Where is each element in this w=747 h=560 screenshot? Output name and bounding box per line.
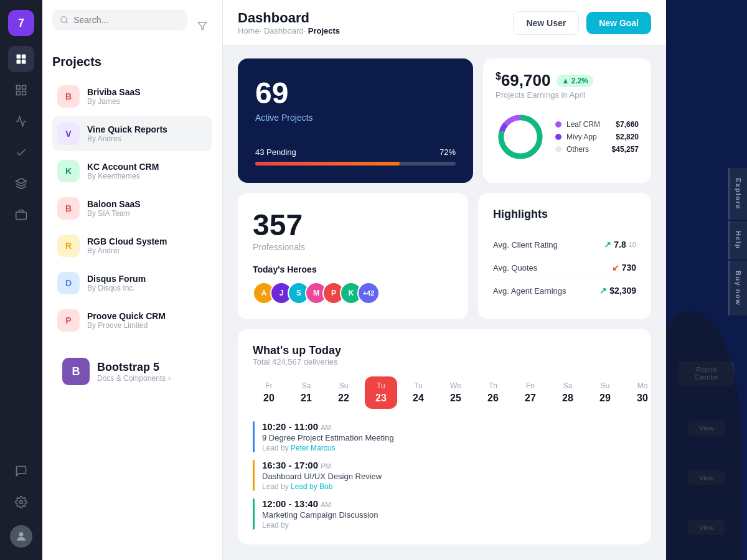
project-name-4: Baloon SaaS xyxy=(87,199,207,209)
event-title-0: 9 Degree Project Estimation Meeting xyxy=(262,433,394,442)
dashboard-body: 69 Active Projects 43 Pending 72% xyxy=(223,46,666,560)
earnings-amount: $69,700 xyxy=(496,71,550,90)
help-tab[interactable]: Help xyxy=(728,221,747,259)
project-item-1[interactable]: B Briviba SaaS By James xyxy=(52,79,212,114)
current-user-avatar[interactable] xyxy=(10,525,32,548)
earnings-card: $69,700 ▲ 2.2% Projects Earnings in Apri… xyxy=(483,58,651,183)
explore-tab[interactable]: Explore xyxy=(728,168,747,220)
calendar-day-27[interactable]: Fri27 xyxy=(514,376,547,409)
project-by-3: By Keenthemes xyxy=(87,172,207,180)
new-goal-button[interactable]: New Goal xyxy=(586,12,651,34)
project-info-3: KC Account CRM By Keenthemes xyxy=(87,162,207,180)
cal-day-num-8: 28 xyxy=(562,393,573,404)
project-item-3[interactable]: K KC Account CRM By Keenthemes xyxy=(52,154,212,189)
heroes-more: +42 xyxy=(357,282,380,304)
bootstrap-card[interactable]: B Bootstrap 5 Docs & Components › xyxy=(52,348,212,395)
sidebar-item-grid[interactable] xyxy=(8,77,34,103)
calendar-day-25[interactable]: We25 xyxy=(439,376,472,409)
cal-day-name-3: Tu xyxy=(377,381,385,390)
cal-day-num-3: 23 xyxy=(375,393,387,404)
highlight-value-container-2: ↗$2,309 xyxy=(599,286,636,296)
project-item-5[interactable]: R RGB Cloud System By Andrei xyxy=(52,228,212,263)
legend-others: Others xyxy=(555,145,602,154)
legend-label-leaf: Leaf CRM xyxy=(566,120,600,129)
cal-day-name-6: Th xyxy=(489,381,497,390)
buy-now-tab[interactable]: Buy now xyxy=(728,261,747,315)
right-panel: Explore Help Buy now Report Cecnter View… xyxy=(666,0,747,560)
project-by-2: By Andres xyxy=(87,134,207,143)
progress-percent: 72% xyxy=(439,147,456,157)
legend-dot-mivy xyxy=(555,134,561,140)
breadcrumb-home: Home· xyxy=(238,26,261,35)
earnings-label: Projects Earnings in April xyxy=(496,90,639,100)
earnings-badge: ▲ 2.2% xyxy=(557,75,593,87)
calendar-day-29[interactable]: Su29 xyxy=(589,376,621,409)
active-projects-card: 69 Active Projects 43 Pending 72% xyxy=(238,58,473,183)
project-logo-5: R xyxy=(57,235,80,257)
trend-up-icon-2: ↗ xyxy=(599,286,607,296)
calendar-day-22[interactable]: Su22 xyxy=(327,376,360,409)
svg-rect-5 xyxy=(22,86,26,90)
project-by-7: By Proove Limited xyxy=(87,321,207,330)
sidebar-item-chart[interactable] xyxy=(8,108,34,134)
project-item-6[interactable]: D Disqus Forum By Disqus Inc. xyxy=(52,266,212,301)
cal-day-name-10: Mo xyxy=(637,381,648,390)
project-logo-6: D xyxy=(57,272,80,294)
earnings-top: $69,700 ▲ 2.2% Projects Earnings in Apri… xyxy=(496,71,639,100)
schedule-header: What's up Today Total 424,567 deliveries xyxy=(253,344,636,366)
cal-day-name-8: Sa xyxy=(563,381,573,390)
pending-label: 43 Pending xyxy=(255,147,296,157)
sidebar-item-layers[interactable] xyxy=(8,170,34,197)
new-user-button[interactable]: New User xyxy=(513,11,579,35)
sidebar-item-tasks[interactable] xyxy=(8,139,34,166)
heroes-avatars: AJSMPK+42 xyxy=(253,282,453,304)
user-number-avatar[interactable]: 7 xyxy=(8,10,34,36)
sidebar-item-settings[interactable] xyxy=(8,489,34,515)
stats-row: 69 Active Projects 43 Pending 72% xyxy=(238,58,651,183)
event-lead-link-1[interactable]: Lead by Bob xyxy=(291,482,332,491)
active-projects-label: Active Projects xyxy=(255,113,456,123)
sidebar-item-chat[interactable] xyxy=(8,458,34,484)
calendar-day-20[interactable]: Fr20 xyxy=(253,376,285,409)
calendar-day-28[interactable]: Sa28 xyxy=(552,376,584,409)
project-logo-7: P xyxy=(57,309,80,332)
donut-row: Leaf CRM Mivy App Others $7,660 xyxy=(496,112,639,162)
cal-day-name-4: Tu xyxy=(414,381,423,390)
svg-rect-7 xyxy=(22,91,26,95)
event-title-2: Marketing Campaign Discussion xyxy=(262,510,378,520)
highlight-value-container-0: ↗7.8 10 xyxy=(604,240,636,250)
search-input[interactable] xyxy=(73,15,180,25)
legend-label-others: Others xyxy=(566,145,589,154)
side-tabs: Explore Help Buy now xyxy=(728,168,747,315)
sidebar-item-home[interactable] xyxy=(8,46,34,72)
svg-point-11 xyxy=(19,532,24,536)
calendar-day-21[interactable]: Sa21 xyxy=(290,376,322,409)
event-time-2: 12:00 - 13:40 AM xyxy=(262,498,378,509)
event-details-1: 16:30 - 17:00 PM Dashboard UI/UX Design … xyxy=(262,460,382,491)
project-item-2[interactable]: V Vine Quick Reports By Andres xyxy=(52,116,212,151)
legend-mivy-app: Mivy App xyxy=(555,133,602,141)
svg-rect-4 xyxy=(17,86,21,90)
highlight-label-1: Avg. Quotes xyxy=(493,263,537,273)
calendar-day-30[interactable]: Mo30 xyxy=(626,376,659,409)
donut-svg xyxy=(496,112,545,162)
filter-button[interactable] xyxy=(192,16,212,36)
projects-list: B Briviba SaaS By James V Vine Quick Rep… xyxy=(52,79,212,338)
sidebar-item-briefcase[interactable] xyxy=(8,202,34,228)
earnings-legend: Leaf CRM Mivy App Others xyxy=(555,120,602,154)
header-actions: New User New Goal xyxy=(513,11,651,35)
highlight-value-0: 7.8 xyxy=(614,240,626,250)
donut-chart xyxy=(496,112,545,162)
calendar-day-26[interactable]: Th26 xyxy=(477,376,509,409)
highlight-row-2: Avg. Agent Earnings ↗$2,309 xyxy=(493,279,636,302)
cal-day-num-0: 20 xyxy=(263,393,275,404)
project-item-4[interactable]: B Baloon SaaS By SIA Team xyxy=(52,191,212,226)
project-by-4: By SIA Team xyxy=(87,209,207,218)
project-item-7[interactable]: P Proove Quick CRM By Proove Limited xyxy=(52,303,212,338)
decorative-curve xyxy=(666,311,741,560)
professionals-number: 357 xyxy=(253,208,453,242)
calendar-day-23[interactable]: Tu23 xyxy=(365,376,397,409)
calendar-day-24[interactable]: Tu24 xyxy=(402,376,435,409)
svg-line-13 xyxy=(66,22,68,24)
event-lead-link-0[interactable]: Peter Marcus xyxy=(291,444,335,452)
